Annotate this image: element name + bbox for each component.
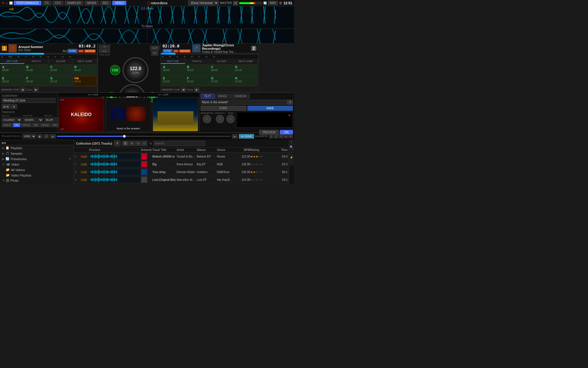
deck-2-hot-cue-tab[interactable]: HOT CUE: [161, 59, 185, 64]
deck-2-pad-f[interactable]: F05:22: [186, 76, 209, 87]
midi-button[interactable]: MIDI: [268, 1, 278, 5]
track-row-2[interactable]: 3 CUE Your whay Demian Muller Isolation …: [74, 168, 289, 176]
deck-layout-select[interactable]: 2Deck Horizontal: [188, 1, 219, 5]
sidebar-collapse-button[interactable]: ◀◀: [1, 141, 6, 144]
video-screen-1[interactable]: HPF KALEIDO LPF: [59, 98, 104, 131]
in-button[interactable]: IN: [99, 45, 110, 49]
fav-4-button[interactable]: 4: [284, 134, 288, 138]
track-row-1[interactable]: 2 CUE Big Rene Amesz Big EP R&B 128.00 ★…: [74, 160, 289, 168]
text-field[interactable]: [201, 100, 287, 105]
save-text-button[interactable]: SAVE: [247, 106, 293, 111]
camera-tab[interactable]: CAMERA: [231, 94, 250, 99]
fav-5-button[interactable]: 5: [289, 134, 293, 138]
deck-1-slicer-tab[interactable]: SLICER: [49, 59, 73, 64]
waveform-top[interactable]: 112.4Bars 73.4Bars ▼D: [0, 6, 294, 28]
fx-deck1-select[interactable]: KALEIDO: [2, 118, 22, 122]
maximize-button[interactable]: ⬜: [9, 1, 13, 5]
deck-1-pad-e[interactable]: E06:18: [1, 76, 24, 87]
deck-2-pad-c[interactable]: C00:45: [210, 65, 233, 75]
video-button[interactable]: VIDEO: [112, 1, 126, 5]
track-row-3[interactable]: 4 CUE Lost (Original Mix) Marcellus Wall…: [74, 176, 289, 184]
rs-button-2[interactable]: 🔍: [289, 145, 294, 150]
opacity-knob[interactable]: [216, 115, 224, 123]
performance-mode-button[interactable]: PERFORMANCE: [14, 1, 41, 5]
deck-1-pad-b[interactable]: B01:48: [25, 65, 49, 75]
deck-2-slicer-tab[interactable]: SLICER: [210, 59, 234, 64]
fav-2-button[interactable]: 2: [274, 134, 278, 138]
search-input[interactable]: [154, 141, 205, 146]
deck-1-pad-a[interactable]: A00:00: [1, 65, 24, 75]
minimize-button[interactable]: —: [5, 1, 8, 5]
deck-1-pad-g[interactable]: G05:14: [49, 76, 73, 87]
av-sync-button[interactable]: AV SYNC: [239, 134, 254, 139]
waveform-bottom[interactable]: [0, 29, 294, 43]
image-tab[interactable]: IMAGE: [215, 94, 231, 99]
rec-button[interactable]: REC: [100, 1, 111, 5]
deck-1-pad-fx-tab[interactable]: PAD FX: [24, 59, 49, 64]
deck-1-pad-c[interactable]: C02:59: [49, 65, 73, 75]
slideshow-input[interactable]: [2, 98, 55, 103]
font-button[interactable]: FONT: [201, 106, 246, 111]
deck-2-sync-button[interactable]: SYNC: [163, 49, 173, 53]
grid-view-button[interactable]: ⊞: [129, 141, 135, 146]
sidebar-item-pulselocker[interactable]: ▶ 🔄 Pulselocker ⟳: [0, 156, 74, 162]
text-tab[interactable]: TEXT: [201, 94, 214, 99]
deck-2-mem-next-button[interactable]: ▶: [194, 88, 199, 92]
settings-icon[interactable]: ⚙: [279, 1, 282, 5]
mixer-button[interactable]: MIXER: [84, 1, 99, 5]
deck-1-pad-f[interactable]: F00:45: [25, 76, 49, 87]
deck-2-pad-a[interactable]: A00:00: [162, 65, 185, 75]
sidebar-item-photo[interactable]: ▼ 🖼 Photo: [0, 178, 74, 183]
column-settings-icon[interactable]: ⊞: [150, 142, 152, 145]
deck-2-mem-prev-button[interactable]: ◀: [181, 88, 186, 92]
animation-knob[interactable]: [203, 115, 211, 123]
sidebar-item-all-videos[interactable]: 📁 All Videos: [0, 167, 74, 172]
deck-2-pad-e[interactable]: E03:16: [162, 76, 185, 87]
size-knob[interactable]: [227, 115, 235, 123]
clear-text-button[interactable]: ✕: [287, 100, 293, 105]
trans-next-button[interactable]: ⏭: [232, 134, 238, 139]
track-row-0[interactable]: 1 CUE Believe (ANNA re Yousef & Bontan B…: [74, 153, 289, 160]
deck-1-mem-next-button[interactable]: ▶: [34, 88, 38, 92]
transition-type-select[interactable]: GRID: [22, 134, 36, 139]
sidebar-item-playlists[interactable]: ▶ 📋 Playlists: [0, 145, 74, 151]
fx-master-select[interactable]: EDGES: [23, 118, 43, 122]
trans-prev-button[interactable]: ⏮: [50, 134, 56, 139]
deck-1-mem-prev-button[interactable]: ◀: [20, 88, 25, 92]
rs-button-4[interactable]: ⚡: [289, 155, 294, 160]
trans-random-button[interactable]: ↺: [44, 134, 49, 139]
rs-button-5[interactable]: ☆: [289, 160, 294, 165]
deck-2-pad-h[interactable]: H07:53: [234, 76, 257, 87]
deck-2-pad-d[interactable]: D02:16: [234, 65, 257, 75]
slip-button[interactable]: SLIP: [150, 46, 159, 50]
close-button[interactable]: ✕: [2, 1, 4, 5]
transition-slider[interactable]: [57, 136, 231, 137]
rs-button-1[interactable]: ⟫: [289, 139, 294, 145]
fav-1-button[interactable]: 1: [269, 134, 273, 138]
slideshow-stop-button[interactable]: ■: [11, 104, 17, 109]
cfx-button[interactable]: CFX: [53, 1, 63, 5]
deck-1-cue-button[interactable]: CUE: [110, 65, 120, 75]
hold-button-3[interactable]: HOLD: [40, 123, 51, 127]
fav-3-button[interactable]: 3: [279, 134, 283, 138]
deck-2-beat-jump-tab[interactable]: BEAT JUMP: [234, 59, 258, 64]
deck-2-pad-b[interactable]: B00:15: [186, 65, 209, 75]
video-screen-3[interactable]: [153, 98, 198, 131]
video-preview-thumbnail[interactable]: [236, 112, 293, 128]
sidebar-item-all-photos[interactable]: 📁 All Photos: [0, 183, 74, 184]
hold-button-1[interactable]: HOLD: [2, 123, 12, 127]
deck-1-beat-jump-tab[interactable]: BEAT JUMP: [73, 59, 97, 64]
trans-play-button[interactable]: ▶: [37, 134, 42, 139]
deck-1-platter[interactable]: 122.0 0.0%: [123, 57, 148, 83]
download-button[interactable]: ⬇: [114, 141, 121, 146]
video-screen-2[interactable]: Music is the answer!: [106, 98, 151, 131]
deck-1-hot-cue-tab[interactable]: HOT CUE: [0, 59, 24, 64]
slideshow-play-button[interactable]: ▶/■: [2, 104, 11, 109]
deck-1-sync-button[interactable]: SYNC: [67, 49, 78, 53]
sampler-button[interactable]: SAMPLER: [65, 1, 84, 5]
sidebar-item-video-playlists[interactable]: 📁 Video Playlists: [0, 172, 74, 178]
master-button[interactable]: M: [233, 1, 238, 5]
column-view-button[interactable]: ⊟: [135, 141, 141, 146]
deck-2-pad-fx-tab[interactable]: PAD FX: [185, 59, 210, 64]
sidebar-item-video[interactable]: ▼ 📹 Video: [0, 162, 74, 167]
